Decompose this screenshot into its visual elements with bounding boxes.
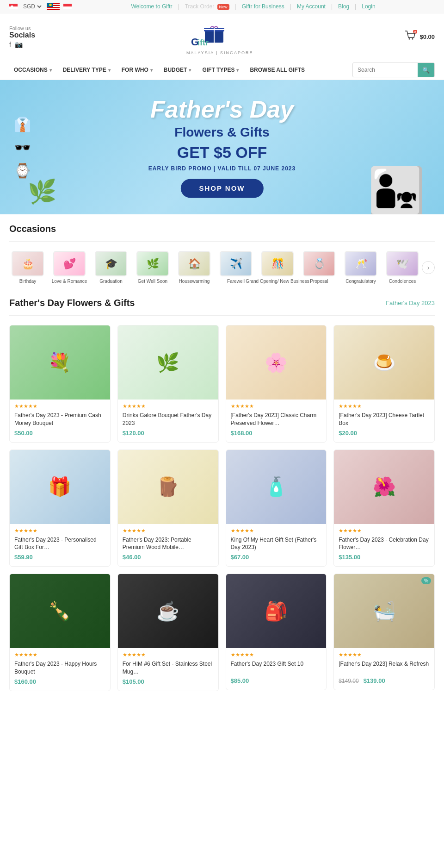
product-img-5: 🎁 [10,450,110,524]
logo-area[interactable]: G iftr MALAYSIA | SINGAPORE [186,18,253,55]
occasion-getwellsoon[interactable]: 🌿 Get Well Soon [134,251,171,284]
product-stars-11: ★★★★★ [231,652,322,658]
product-card-8[interactable]: 🌺 ★★★★★ Father's Day 2023 - Celebration … [333,450,435,567]
shop-now-button[interactable]: SHOP NOW [180,179,263,198]
nav-search-box[interactable]: 🔍 [352,62,435,77]
product-name-6: Father's Day 2023: Portable Premium Wood… [123,536,214,552]
product-price-11: $85.00 [231,677,322,684]
fathersday-header: Father's Day Flowers & Gifts Father's Da… [9,298,435,308]
product-card-2[interactable]: 🌿 ★★★★★ Drinks Galore Bouquet Father's D… [117,325,219,443]
nav-gift-types[interactable]: GIFT TYPES ▾ [197,60,243,80]
search-input[interactable] [353,67,418,73]
sunglasses-icon: 🕶️ [14,139,31,156]
occasion-housewarming[interactable]: 🏠 Housewarming [176,251,213,284]
product-price-8: $135.00 [339,554,430,561]
banner-title: Father's Day [148,96,296,123]
giftr-business-link[interactable]: Giftr for Business [242,3,284,10]
product-info-11: ★★★★★ Father's Day 2023 Gift Set 10 $85.… [226,648,327,690]
product-card-3[interactable]: 🌸 ★★★★★ [Father's Day 2023] Classic Char… [226,325,327,443]
product-price-12: $139.00 [364,677,385,684]
product-card-12[interactable]: 🛀 ★★★★★ [Father's Day 2023] Relax & Refr… [333,574,435,690]
product-stars-6: ★★★★★ [123,528,214,534]
product-img-3: 🌸 [226,325,327,400]
occasion-romance[interactable]: 💕 Love & Romance [51,251,88,284]
logo-svg: G iftr [186,20,242,48]
product-img-10: ☕ [118,574,218,648]
fathersday-title: Father's Day Flowers & Gifts [9,298,135,308]
search-button[interactable]: 🔍 [418,63,434,77]
nav-gifttypes-arrow: ▾ [236,68,239,73]
svg-rect-0 [9,4,18,6]
product-card-10[interactable]: ☕ ★★★★★ For HIM #6 Gift Set - Stainless … [117,574,219,691]
occasion-farewell-label: Farewell [227,279,245,284]
svg-point-2 [11,6,13,8]
svg-rect-6 [47,8,60,9]
occasion-graduation-thumb: 🎓 [95,251,127,276]
product-stars-1: ★★★★★ [14,403,105,409]
sep1: | [178,3,179,10]
product-info-1: ★★★★★ Father's Day 2023 - Premium Cash M… [10,400,110,442]
product-stars-7: ★★★★★ [231,528,322,534]
my-account-link[interactable]: My Account [297,3,326,10]
nav-occasions[interactable]: OCCASIONS ▾ [9,60,56,80]
logo[interactable]: G iftr [186,18,242,50]
occasion-romance-thumb: 💕 [53,251,86,276]
product-badge-12: % [421,577,431,584]
occasion-birthday-label: Birthday [19,279,37,284]
fathersday-link[interactable]: Father's Day 2023 [386,300,435,306]
product-card-wrap-6: 🪵 ★★★★★ Father's Day 2023: Portable Prem… [117,450,219,567]
sep4: | [331,3,333,10]
banner-leaves-decor: 🌿 [28,178,56,205]
product-stars-2: ★★★★★ [123,403,214,409]
occasion-housewarming-thumb: 🏠 [178,251,210,276]
occasions-next-button[interactable]: › [422,261,435,274]
nav-for-who[interactable]: FOR WHO ▾ [117,60,157,80]
product-name-2: Drinks Galore Bouquet Father's Day 2023 [123,412,214,427]
facebook-icon[interactable]: f [9,41,11,48]
fathersday-section: Father's Day Flowers & Gifts Father's Da… [0,293,444,707]
occasions-row: 🎂 Birthday 💕 Love & Romance 🎓 Graduation… [9,251,435,284]
occasion-proposal[interactable]: 💍 Proposal [301,251,338,284]
product-card-wrap-12: % 🛀 ★★★★★ [Father's Day 2023] Relax & Re… [333,574,435,691]
cart-area[interactable]: 0 $0.00 [404,30,435,43]
sep2: | [235,3,236,10]
product-info-5: ★★★★★ Father's Day 2023 - Personalised G… [10,524,110,567]
product-card-1[interactable]: 💐 ★★★★★ Father's Day 2023 - Premium Cash… [9,325,111,443]
product-img-9: 🍾 [10,574,110,648]
product-name-8: Father's Day 2023 - Celebration Day Flow… [339,536,430,552]
occasion-birthday[interactable]: 🎂 Birthday [9,251,46,284]
svg-rect-10 [63,6,72,9]
track-order-link[interactable]: Track Order New [185,3,229,10]
product-card-7[interactable]: 🧴 ★★★★★ King Of My Heart Gift Set (Fathe… [226,450,327,567]
occasion-grandopening[interactable]: 🎊 Grand Opening/ New Business [259,251,296,284]
product-card-4[interactable]: 🍮 ★★★★★ [Father's Day 2023] Cheese Tartl… [333,325,435,443]
occasion-grandopening-thumb: 🎊 [261,251,294,276]
occasions-divider [9,241,435,242]
instagram-icon[interactable]: 📷 [15,41,23,48]
nav-budget[interactable]: BUDGET ▾ [159,60,196,80]
cart-icon-wrap[interactable]: 0 [404,30,417,43]
product-name-9: Father's Day 2023 - Happy Hours Bouquet [14,660,105,676]
occasion-getwellsoon-label: Get Well Soon [138,279,167,284]
welcome-link[interactable]: Welcome to Giftr [131,3,172,10]
product-card-5[interactable]: 🎁 ★★★★★ Father's Day 2023 - Personalised… [9,450,111,567]
occasion-housewarming-label: Housewarming [179,279,210,284]
occasion-graduation[interactable]: 🎓 Graduation [92,251,130,284]
svg-rect-1 [9,6,18,9]
occasion-condolences[interactable]: 🕊️ Condolences [384,251,419,284]
product-img-12: 🛀 [334,574,434,648]
product-card-11[interactable]: 🎒 ★★★★★ Father's Day 2023 Gift Set 10 $8… [226,574,327,690]
product-info-2: ★★★★★ Drinks Galore Bouquet Father's Day… [118,400,218,442]
currency-select[interactable]: SGD [21,3,43,10]
product-card-9[interactable]: 🍾 ★★★★★ Father's Day 2023 - Happy Hours … [9,574,111,691]
occasion-congratulatory[interactable]: 🥂 Congratulatory [342,251,379,284]
occasion-birthday-thumb: 🎂 [12,251,44,276]
nav-browse-all[interactable]: BROWSE ALL GIFTS [245,60,309,80]
product-name-11: Father's Day 2023 Gift Set 10 [231,660,322,675]
currency-selector[interactable]: SGD [9,3,72,10]
nav-delivery-type[interactable]: DELIVERY TYPE ▾ [58,60,115,80]
product-stars-3: ★★★★★ [231,403,322,409]
product-card-6[interactable]: 🪵 ★★★★★ Father's Day 2023: Portable Prem… [117,450,219,567]
login-link[interactable]: Login [362,3,375,10]
blog-link[interactable]: Blog [338,3,349,10]
